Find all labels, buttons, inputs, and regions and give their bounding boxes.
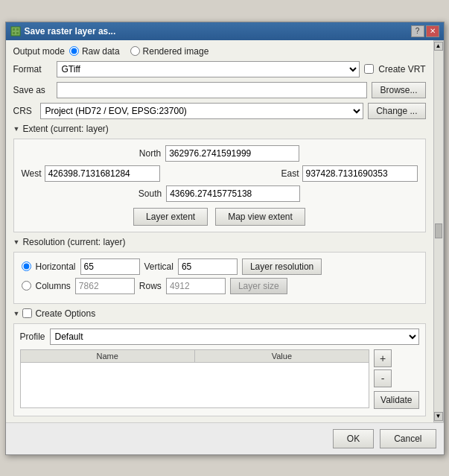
create-vrt-label: Create VRT: [378, 64, 425, 74]
resolution-triangle: ▼: [13, 238, 20, 246]
cancel-button[interactable]: Cancel: [380, 429, 436, 448]
scroll-thumb[interactable]: [435, 223, 442, 238]
table-body: [21, 363, 369, 407]
layer-resolution-button[interactable]: Layer resolution: [242, 258, 322, 275]
res-columns-radio[interactable]: [22, 281, 31, 291]
layer-extent-button[interactable]: Layer extent: [133, 208, 208, 226]
svg-rect-2: [16, 28, 19, 31]
crs-select[interactable]: Project (HD72 / EOV, EPSG:23700): [40, 103, 364, 119]
title-buttons: ? ✕: [411, 25, 439, 37]
table-actions: + - Validate: [374, 349, 418, 411]
east-label: East: [281, 168, 299, 179]
radio-raw-input[interactable]: [69, 46, 79, 56]
dialog-window: Save raster layer as... ? ✕ Output mode …: [5, 22, 445, 455]
format-label: Format: [13, 64, 52, 74]
resolution-section-label: Resolution (current: layer): [22, 237, 125, 247]
profile-select[interactable]: Default: [50, 329, 419, 345]
north-input[interactable]: [165, 145, 299, 162]
crs-row: CRS Project (HD72 / EOV, EPSG:23700) Cha…: [13, 103, 426, 119]
radio-rendered[interactable]: Rendered image: [130, 46, 209, 57]
title-bar-left: Save raster layer as...: [10, 26, 116, 37]
radio-rendered-input[interactable]: [130, 46, 140, 56]
output-mode-label: Output mode: [13, 46, 65, 57]
radio-rendered-label: Rendered image: [143, 46, 209, 57]
table-header: Name Value: [21, 350, 369, 363]
res-horizontal-radio[interactable]: [22, 261, 31, 271]
create-options-triangle: ▼: [13, 310, 20, 317]
save-as-row: Save as Browse...: [13, 82, 426, 98]
format-select[interactable]: GTiff: [57, 61, 360, 77]
add-option-button[interactable]: +: [374, 349, 392, 367]
create-options-label: Create Options: [35, 308, 95, 319]
profile-row: Profile Default: [20, 329, 419, 345]
rows-input[interactable]: [166, 278, 226, 294]
map-view-extent-button[interactable]: Map view extent: [215, 208, 305, 226]
help-button[interactable]: ?: [411, 25, 424, 37]
ok-button[interactable]: OK: [333, 429, 374, 448]
radio-raw-label: Raw data: [82, 46, 120, 57]
create-options-header: ▼ Create Options: [13, 308, 426, 319]
scroll-down-button[interactable]: ▼: [434, 412, 443, 421]
west-label: West: [22, 168, 42, 179]
table-container: Name Value: [20, 349, 370, 411]
horizontal-label: Horizontal: [36, 261, 76, 272]
west-input[interactable]: [45, 165, 160, 182]
svg-rect-3: [13, 32, 15, 34]
format-row: Format GTiff Create VRT: [13, 61, 426, 77]
table-name-header: Name: [21, 350, 195, 362]
svg-rect-4: [16, 32, 19, 34]
north-label: North: [139, 148, 161, 159]
browse-button[interactable]: Browse...: [372, 82, 425, 98]
svg-rect-0: [11, 27, 20, 36]
raster-icon: [10, 26, 21, 37]
vertical-label: Vertical: [144, 261, 173, 272]
save-as-label: Save as: [13, 85, 52, 95]
columns-input[interactable]: [75, 278, 135, 294]
res-columns-row: Columns Rows Layer size: [22, 278, 418, 294]
res-horizontal-row: Horizontal Vertical Layer resolution: [22, 258, 418, 275]
columns-label: Columns: [36, 281, 71, 291]
table-area: Name Value + - Validate: [20, 349, 419, 411]
close-button[interactable]: ✕: [426, 25, 439, 37]
options-table: Name Value: [20, 349, 370, 408]
validate-button[interactable]: Validate: [374, 391, 418, 409]
east-input[interactable]: [302, 165, 418, 182]
crs-label: CRS: [13, 106, 36, 116]
scroll-up-button[interactable]: ▲: [434, 42, 443, 51]
layer-size-button[interactable]: Layer size: [230, 278, 287, 294]
south-label: South: [138, 188, 162, 199]
title-bar: Save raster layer as... ? ✕: [6, 22, 444, 40]
radio-raw[interactable]: Raw data: [69, 46, 120, 57]
output-mode-row: Output mode Raw data Rendered image: [13, 46, 426, 57]
title-text: Save raster layer as...: [25, 26, 116, 37]
output-mode-options: Raw data Rendered image: [69, 46, 208, 57]
remove-option-button[interactable]: -: [374, 369, 392, 387]
horizontal-input[interactable]: [80, 258, 140, 275]
create-options-checkbox[interactable]: [22, 308, 32, 318]
crs-change-button[interactable]: Change ...: [368, 103, 425, 119]
resolution-box: Horizontal Vertical Layer resolution Col…: [13, 252, 426, 304]
resolution-section-header: ▼ Resolution (current: layer): [13, 237, 426, 247]
create-options-inner: Profile Default Name Value: [13, 323, 426, 416]
extent-box: North West East South: [13, 139, 426, 232]
vertical-input[interactable]: [178, 258, 238, 275]
extent-buttons: Layer extent Map view extent: [22, 208, 418, 226]
extent-section-header: ▼ Extent (current: layer): [13, 124, 426, 134]
south-input[interactable]: [166, 185, 300, 202]
create-vrt-checkbox[interactable]: [364, 64, 374, 74]
rows-label: Rows: [139, 281, 162, 291]
extent-section-label: Extent (current: layer): [22, 124, 108, 134]
vertical-scrollbar[interactable]: ▲ ▼: [433, 40, 444, 422]
table-value-header: Value: [195, 350, 369, 362]
profile-label: Profile: [20, 331, 45, 342]
dialog-footer: OK Cancel: [6, 422, 444, 454]
extent-triangle: ▼: [13, 125, 20, 133]
save-as-input[interactable]: [57, 82, 368, 98]
svg-rect-1: [13, 28, 15, 31]
